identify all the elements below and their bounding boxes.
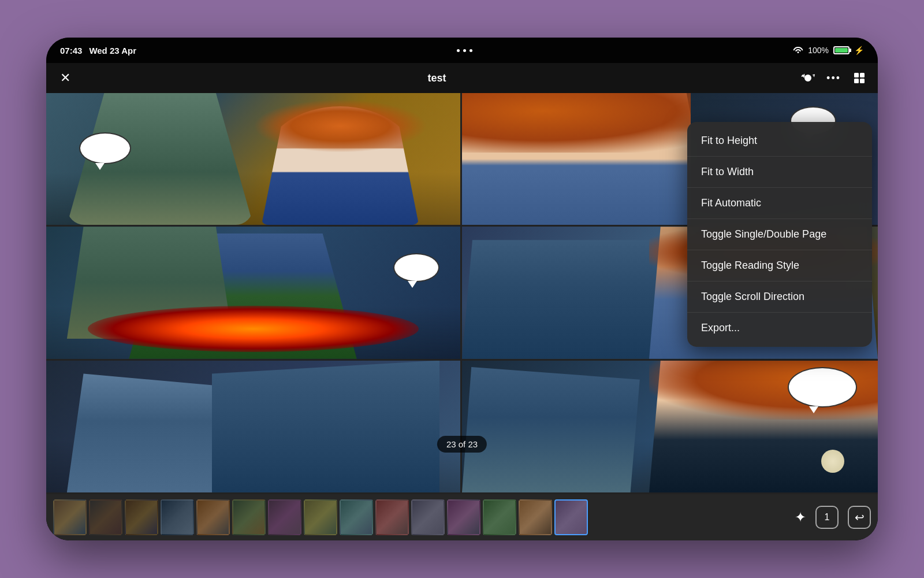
menu-toggle-reading[interactable]: Toggle Reading Style xyxy=(687,250,872,281)
hero-figure-5 xyxy=(462,240,670,358)
battery-percent: 100% xyxy=(808,46,829,55)
status-right: 100% ⚡ xyxy=(793,45,864,55)
thumbnail-8[interactable] xyxy=(304,499,337,535)
toggle-scroll-label: Toggle Scroll Direction xyxy=(701,291,804,303)
fit-height-label: Fit to Height xyxy=(701,135,757,147)
menu-fit-width[interactable]: Fit to Width xyxy=(687,157,872,188)
fit-automatic-label: Fit Automatic xyxy=(701,197,761,209)
battery-bolt: ⚡ xyxy=(854,46,864,55)
more-button[interactable]: ••• xyxy=(826,72,841,84)
char-3a xyxy=(67,373,233,492)
page-number-label: 1 xyxy=(825,512,830,523)
main-content: 23 of 23 Fit to Height Fit to Width Fit … xyxy=(46,93,878,494)
thumbnail-strip-actions: ✦ 1 ↩ xyxy=(788,506,871,529)
nav-left: ✕ xyxy=(58,69,73,87)
dot-3 xyxy=(470,49,472,52)
menu-export[interactable]: Export... xyxy=(687,313,872,343)
char-3b xyxy=(212,361,439,492)
speech-bubble-6 xyxy=(788,367,857,407)
nav-bar: ✕ test ••• xyxy=(46,63,878,93)
settings-button[interactable] xyxy=(801,71,815,85)
menu-fit-automatic[interactable]: Fit Automatic xyxy=(687,188,872,219)
battery-icon xyxy=(833,46,850,54)
menu-toggle-page[interactable]: Toggle Single/Double Page xyxy=(687,219,872,250)
status-bar: 07:43 Wed 23 Apr 100% xyxy=(46,38,878,63)
thumbnail-12[interactable] xyxy=(447,499,480,535)
status-left: 07:43 Wed 23 Apr xyxy=(60,46,136,55)
nav-title: test xyxy=(428,72,446,84)
comic-panel-1 xyxy=(46,93,460,227)
close-button[interactable]: ✕ xyxy=(58,69,73,87)
menu-toggle-scroll[interactable]: Toggle Scroll Direction xyxy=(687,281,872,313)
back-icon: ↩ xyxy=(855,510,865,524)
fit-width-label: Fit to Width xyxy=(701,166,754,178)
tablet-frame: 07:43 Wed 23 Apr 100% xyxy=(46,38,878,540)
comic-panel-6 xyxy=(462,361,878,494)
toggle-page-label: Toggle Single/Double Page xyxy=(701,228,826,240)
date-display: Wed 23 Apr xyxy=(89,46,136,55)
thumbnail-15-active[interactable] xyxy=(554,499,588,535)
page-count: 23 of 23 xyxy=(446,439,478,449)
thumbnail-13[interactable] xyxy=(483,499,516,535)
export-label: Export... xyxy=(701,322,740,334)
thumbnail-9[interactable] xyxy=(340,499,373,535)
svg-rect-2 xyxy=(854,79,859,83)
comic-left-column xyxy=(46,93,462,494)
sparkle-button[interactable]: ✦ xyxy=(795,509,806,525)
comic-panel-3 xyxy=(46,361,460,494)
menu-fit-height[interactable]: Fit to Height xyxy=(687,125,872,157)
context-menu: Fit to Height Fit to Width Fit Automatic… xyxy=(687,122,872,347)
thumbnail-6[interactable] xyxy=(232,499,266,535)
page-indicator: 23 of 23 xyxy=(437,436,487,453)
svg-rect-0 xyxy=(854,73,859,77)
back-button[interactable]: ↩ xyxy=(848,506,871,529)
wifi-icon xyxy=(793,45,803,55)
svg-rect-3 xyxy=(860,79,865,83)
hero-figure-6a xyxy=(462,367,649,492)
moon xyxy=(821,450,844,473)
status-center xyxy=(457,49,472,52)
nav-right: ••• xyxy=(801,71,866,85)
thumbnail-7[interactable] xyxy=(268,499,301,535)
thumbnail-3[interactable] xyxy=(125,499,158,535)
thumbnail-strip: ✦ 1 ↩ xyxy=(46,494,878,540)
thumbnail-4[interactable] xyxy=(161,499,194,535)
thumbnail-10[interactable] xyxy=(375,499,409,535)
svg-rect-1 xyxy=(860,73,865,77)
dot-2 xyxy=(463,49,466,52)
toggle-reading-label: Toggle Reading Style xyxy=(701,260,799,272)
thumbnail-2[interactable] xyxy=(89,499,122,535)
grid-button[interactable] xyxy=(852,71,866,85)
tablet-screen: 07:43 Wed 23 Apr 100% xyxy=(46,38,878,540)
dot-1 xyxy=(457,49,460,52)
page-number-button[interactable]: 1 xyxy=(815,506,839,529)
thumbnail-1[interactable] xyxy=(53,499,87,535)
thumbnail-14[interactable] xyxy=(519,499,552,535)
speech-bubble-2 xyxy=(393,253,439,282)
fire-effect xyxy=(88,306,419,352)
thumbnail-5[interactable] xyxy=(196,499,230,535)
time-display: 07:43 xyxy=(60,46,82,55)
thumbnail-11[interactable] xyxy=(411,499,445,535)
comic-panel-2 xyxy=(46,227,460,360)
hair-1 xyxy=(254,99,427,152)
